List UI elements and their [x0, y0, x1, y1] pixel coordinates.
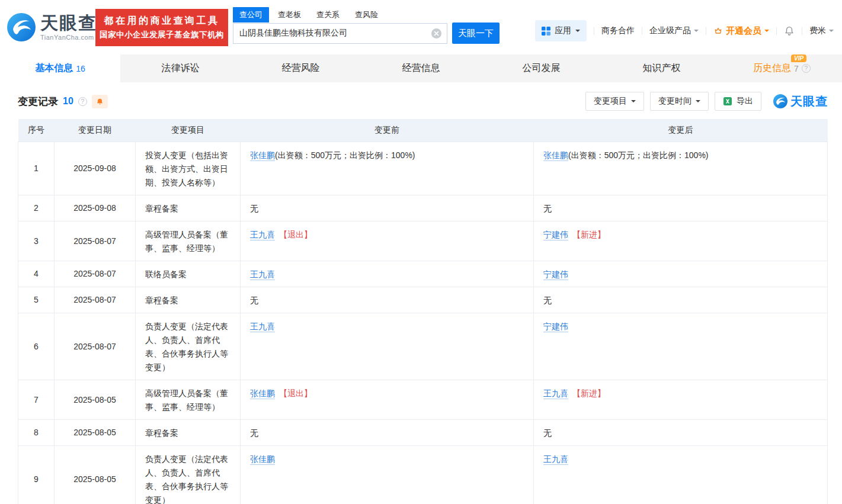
row-date: 2025-08-05 — [55, 445, 136, 504]
col-after: 变更后 — [534, 119, 828, 142]
person-link[interactable]: 张佳鹏 — [250, 454, 275, 465]
banner-line1: 都在用的商业查询工具 — [104, 15, 220, 27]
row-date: 2025-08-07 — [55, 261, 136, 287]
row-after: 宁建伟 — [534, 261, 828, 287]
table-row: 2 2025-09-08 章程备案 无 无 — [18, 195, 828, 221]
search-input[interactable] — [233, 23, 447, 44]
person-link[interactable]: 张佳鹏 — [543, 150, 568, 161]
tab-history-info[interactable]: 历史信息 VIP 7 ? — [722, 54, 842, 82]
row-after: 无 — [534, 287, 828, 313]
change-records-table: 序号 变更日期 变更项目 变更前 变更后 1 2025-09-08 投资人变更（… — [18, 119, 828, 504]
nav-cooperation[interactable]: 商务合作 — [601, 25, 635, 36]
tianyancha-logo-icon — [7, 13, 36, 41]
person-link[interactable]: 宁建伟 — [543, 322, 568, 332]
chevron-down-icon — [631, 100, 636, 105]
tab-operational-risk[interactable]: 经营风险 — [241, 54, 361, 82]
row-before: 王九喜 — [241, 261, 534, 287]
row-before: 张佳鹏 — [241, 445, 534, 504]
person-link[interactable]: 张佳鹏 — [250, 150, 275, 161]
search-tab-boss[interactable]: 查老板 — [278, 7, 301, 23]
section-title: 变更记录 — [18, 95, 58, 108]
nav-user-account[interactable]: 费米 — [809, 25, 834, 36]
clear-icon[interactable] — [431, 28, 441, 38]
brand-name: 天眼查 — [40, 14, 97, 32]
tab-intellectual-property[interactable]: 知识产权 — [601, 54, 722, 82]
table-header-row: 序号 变更日期 变更项目 变更前 变更后 — [18, 119, 828, 142]
row-no: 5 — [18, 287, 55, 313]
help-icon[interactable]: ? — [802, 64, 811, 73]
row-date: 2025-08-07 — [55, 221, 136, 261]
row-date: 2025-08-05 — [55, 380, 136, 419]
search-tab-company[interactable]: 查公司 — [233, 7, 269, 23]
divider — [642, 27, 642, 35]
person-link[interactable]: 王九喜 — [250, 322, 275, 332]
brand-domain: TianYanCha.com — [40, 34, 97, 41]
row-before: 张佳鹏【退出】 — [241, 380, 534, 419]
nav-vip-label: 开通会员 — [726, 25, 761, 37]
person-link[interactable]: 宁建伟 — [543, 269, 568, 280]
row-after: 无 — [534, 419, 828, 445]
filter-change-time[interactable]: 变更时间 — [650, 92, 709, 111]
person-link[interactable]: 王九喜 — [543, 389, 568, 399]
tianyancha-watermark: 天眼查 — [773, 94, 828, 110]
row-no: 3 — [18, 221, 55, 261]
tab-business-info[interactable]: 经营信息 — [361, 54, 481, 82]
page: 天眼查 TianYanCha.com 都在用的商业查询工具 国家中小企业发展子基… — [0, 0, 842, 504]
table-row: 5 2025-08-07 章程备案 无 无 — [18, 287, 828, 313]
person-link[interactable]: 王九喜 — [250, 230, 275, 240]
row-item: 联络员备案 — [136, 261, 241, 287]
chevron-down-icon — [694, 30, 699, 34]
row-no: 2 — [18, 195, 55, 221]
person-link[interactable]: 宁建伟 — [543, 230, 568, 240]
apps-label: 应用 — [555, 25, 571, 36]
value-text: (出资额：500万元；出资比例：100%) — [275, 150, 415, 160]
company-tab-bar: 基本信息 16 法律诉讼 经营风险 经营信息 公司发展 知识产权 历史信息 VI… — [0, 54, 842, 82]
person-link[interactable]: 张佳鹏 — [250, 389, 275, 399]
search-tab-risk[interactable]: 查风险 — [355, 7, 378, 23]
person-link[interactable]: 王九喜 — [250, 269, 275, 280]
row-date: 2025-08-05 — [55, 419, 136, 445]
tab-company-development[interactable]: 公司发展 — [481, 54, 601, 82]
subscribe-bell-button[interactable] — [92, 95, 108, 108]
tab-basic-info[interactable]: 基本信息 16 — [0, 54, 120, 82]
search-button[interactable]: 天眼一下 — [452, 23, 500, 44]
row-no: 1 — [18, 142, 55, 195]
status-tag: 【退出】 — [279, 230, 312, 239]
filter-change-project[interactable]: 变更项目 — [585, 92, 644, 111]
bell-icon — [784, 25, 795, 36]
col-before: 变更前 — [241, 119, 534, 142]
row-no: 8 — [18, 419, 55, 445]
apps-grid-icon — [542, 27, 550, 36]
chevron-down-icon — [575, 30, 580, 34]
section-count: 10 — [63, 96, 73, 107]
row-no: 4 — [18, 261, 55, 287]
help-icon[interactable]: ? — [78, 97, 87, 106]
export-button[interactable]: 导出 — [715, 92, 761, 111]
apps-menu[interactable]: 应用 — [535, 20, 587, 41]
row-after: 张佳鹏(出资额：500万元；出资比例：100%) — [534, 142, 828, 195]
status-tag: 【新进】 — [572, 230, 606, 239]
divider — [776, 27, 777, 35]
promo-banner[interactable]: 都在用的商业查询工具 国家中小企业发展子基金旗下机构 — [95, 9, 228, 46]
table-row: 3 2025-08-07 高级管理人员备案（董事、监事、经理等） 王九喜【退出】… — [18, 221, 828, 261]
col-date: 变更日期 — [55, 119, 136, 142]
search-tab-relation[interactable]: 查关系 — [316, 7, 340, 23]
watermark-text: 天眼查 — [790, 94, 828, 110]
person-link[interactable]: 王九喜 — [543, 454, 568, 465]
search-tabs: 查公司 查老板 查关系 查风险 — [233, 7, 500, 23]
logo[interactable]: 天眼查 TianYanCha.com — [7, 13, 97, 41]
row-before: 无 — [241, 287, 534, 313]
value-text: 无 — [543, 296, 552, 305]
notification-bell[interactable] — [784, 25, 795, 36]
row-item: 章程备案 — [136, 287, 241, 313]
nav-enterprise[interactable]: 企业级产品 — [649, 25, 699, 36]
tianyancha-logo-icon — [773, 94, 787, 108]
tab-count: 7 — [794, 64, 799, 73]
nav-vip-membership[interactable]: 开通会员 — [713, 25, 769, 37]
banner-line2: 国家中小企业发展子基金旗下机构 — [100, 30, 224, 40]
divider — [706, 27, 706, 35]
chevron-down-icon — [764, 30, 769, 34]
row-date: 2025-08-07 — [55, 313, 136, 380]
tab-legal-proceedings[interactable]: 法律诉讼 — [120, 54, 241, 82]
vip-badge: VIP — [791, 54, 806, 62]
